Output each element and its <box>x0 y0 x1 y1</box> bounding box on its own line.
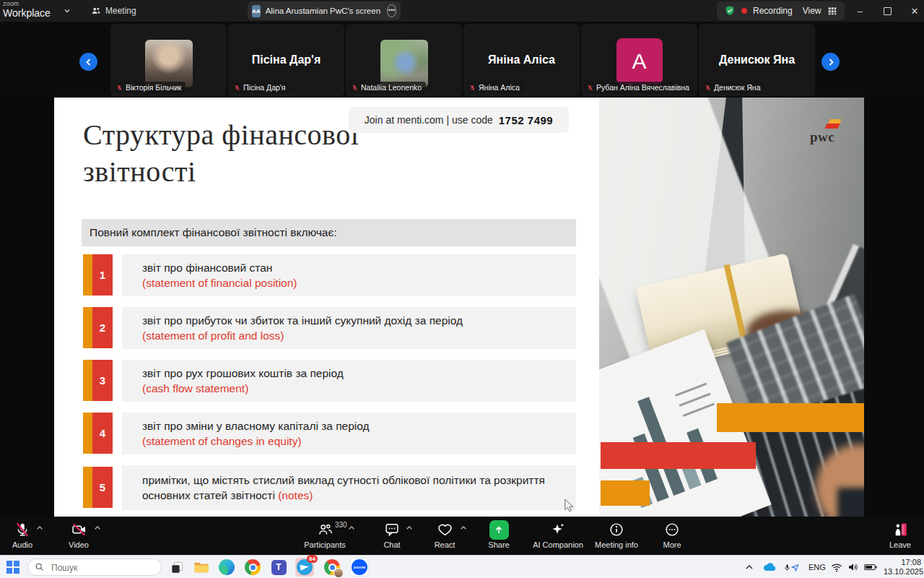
battery-icon <box>864 563 877 571</box>
meeting-info-button[interactable]: Meeting info <box>583 519 650 549</box>
close-button[interactable]: ✕ <box>902 0 924 22</box>
muted-mic-icon <box>234 84 240 92</box>
participant-name: Денисюк Яна <box>714 83 760 92</box>
taskbar-clock[interactable]: 17:08 13.10.2025 <box>884 558 921 577</box>
list-item-text-uk: звіт про рух грошових коштів за період <box>142 366 576 381</box>
participant-nameplate: Вікторія Більчик <box>113 82 186 93</box>
chevron-up-icon[interactable] <box>36 525 43 530</box>
menti-join-text: Join at menti.com | use code <box>365 114 493 126</box>
search-input[interactable] <box>50 561 154 575</box>
telegram-button[interactable]: 84 <box>295 558 314 577</box>
chevron-up-icon[interactable] <box>406 525 413 530</box>
list-number-badge: 3 <box>83 360 113 401</box>
view-grid-icon[interactable] <box>827 6 837 16</box>
mic-in-use-tray-icon[interactable] <box>783 556 799 578</box>
zoom-workplace-brand: zoom Workplace <box>3 1 51 19</box>
teams-icon: T <box>271 560 287 575</box>
onedrive-tray-icon[interactable] <box>762 556 777 578</box>
zoom-app-button[interactable]: zoom <box>350 558 369 577</box>
volume-tray-icon[interactable] <box>847 556 859 578</box>
participant-name: Яніна Аліса <box>479 83 520 92</box>
recording-label: Recording <box>753 6 793 16</box>
slide-accent-block-red <box>601 442 756 469</box>
participant-video-thumbnail <box>380 40 428 87</box>
cloud-icon <box>762 562 777 572</box>
audio-button[interactable]: Audio <box>1 519 43 549</box>
ai-sparkle-icon <box>549 522 567 538</box>
battery-tray-icon[interactable] <box>864 556 877 578</box>
participant-name: Рубан Аліна Вячеславівна <box>596 83 689 92</box>
participant-tile[interactable]: Вікторія Більчик <box>110 24 227 96</box>
participants-button[interactable]: Participants 330 <box>293 519 357 549</box>
participant-nameplate: Денисюк Яна <box>702 82 764 93</box>
share-button[interactable]: Share <box>476 519 521 549</box>
muted-mic-icon <box>469 84 476 92</box>
pwc-logo: pwc <box>810 119 853 148</box>
participant-avatar: A <box>616 38 663 85</box>
meeting-toolbar: Audio Video Participants 330 Chat React <box>0 517 924 555</box>
tab-meeting[interactable]: Meeting <box>91 0 136 22</box>
strip-prev-button[interactable] <box>79 53 97 71</box>
mouse-cursor <box>563 499 576 513</box>
video-button[interactable]: Video <box>58 519 100 549</box>
view-button[interactable]: View <box>803 6 821 16</box>
people-icon <box>91 6 101 16</box>
chrome-profile-button[interactable] <box>323 558 341 577</box>
participant-name: Пісіна Дар'я <box>228 53 344 66</box>
windows-logo-icon <box>6 561 19 574</box>
wifi-tray-icon[interactable] <box>831 556 842 578</box>
chat-button[interactable]: Chat <box>371 519 413 549</box>
list-item-text-en: (cash flow statement) <box>142 381 576 396</box>
windows-start-button[interactable] <box>4 558 22 577</box>
brand-workplace-label: Workplace <box>3 7 51 19</box>
list-item-text-uk: звіт про прибуток чи збиток та інший сук… <box>142 313 576 328</box>
participant-nameplate: Nataliia Leonenko <box>349 82 426 93</box>
file-explorer-button[interactable] <box>192 558 211 577</box>
participant-tile[interactable]: A Рубан Аліна Вячеславівна <box>581 24 697 96</box>
participant-nameplate: Яніна Аліса <box>466 82 524 93</box>
shield-check-icon[interactable] <box>724 5 736 17</box>
tab-shared-screen-label: Alina Arustamian PwC's screen <box>266 7 380 15</box>
tray-show-hidden[interactable] <box>745 556 754 578</box>
participant-tile[interactable]: Nataliia Leonenko <box>346 24 462 96</box>
taskbar-search[interactable] <box>27 558 162 576</box>
tab-options-icon[interactable]: ••• <box>387 4 396 17</box>
edge-browser-button[interactable] <box>217 558 236 577</box>
video-strip: Вікторія Більчик Пісіна Дар'я Пісіна Дар… <box>0 22 924 96</box>
tab-shared-screen[interactable]: AA Alina Arustamian PwC's screen ••• <box>248 1 401 20</box>
participants-icon <box>317 522 334 538</box>
list-item-text-en: (notes) <box>278 489 313 501</box>
location-cursor-icon <box>791 564 799 571</box>
chevron-up-icon[interactable] <box>94 525 101 530</box>
strip-next-button[interactable] <box>821 53 840 71</box>
chevron-down-icon[interactable] <box>64 7 71 14</box>
list-item-text-uk: звіт про фінансовий стан <box>142 260 576 275</box>
clock-time: 17:08 <box>884 558 921 567</box>
maximize-button[interactable] <box>875 0 899 22</box>
list-item: звіт про фінансовий стан (statement of f… <box>122 254 576 296</box>
chrome-icon <box>245 559 261 575</box>
chrome-browser-button[interactable] <box>243 558 262 577</box>
list-item: звіт про прибуток чи збиток та інший сук… <box>122 307 576 349</box>
chevron-up-icon[interactable] <box>460 525 467 530</box>
muted-camera-icon <box>71 522 87 538</box>
minimize-button[interactable]: – <box>847 0 872 22</box>
teams-button[interactable]: T <box>269 558 288 577</box>
language-indicator[interactable]: ENG <box>808 556 826 578</box>
chevron-up-icon[interactable] <box>348 525 355 530</box>
task-view-button[interactable] <box>167 558 186 577</box>
participant-tile[interactable]: Денисюк Яна Денисюк Яна <box>699 24 815 96</box>
muted-mic-icon <box>14 522 30 538</box>
react-button[interactable]: React <box>424 519 466 549</box>
list-item-text-en: (statement of financial position) <box>142 275 576 290</box>
slide-accent-block-orange <box>717 403 864 432</box>
more-button[interactable]: More <box>651 519 693 549</box>
participant-tile[interactable]: Яніна Аліса Яніна Аліса <box>463 24 580 96</box>
mic-icon <box>783 563 791 572</box>
list-item: примітки, що містять стислий виклад сутн… <box>122 465 576 510</box>
ai-companion-button[interactable]: AI Companion <box>523 519 593 549</box>
participant-tile[interactable]: Пісіна Дар'я Пісіна Дар'я <box>228 24 344 96</box>
brand-zoom-label: zoom <box>3 1 51 7</box>
leave-button[interactable]: Leave <box>879 519 921 549</box>
participant-name: Nataliia Leonenko <box>361 83 422 92</box>
